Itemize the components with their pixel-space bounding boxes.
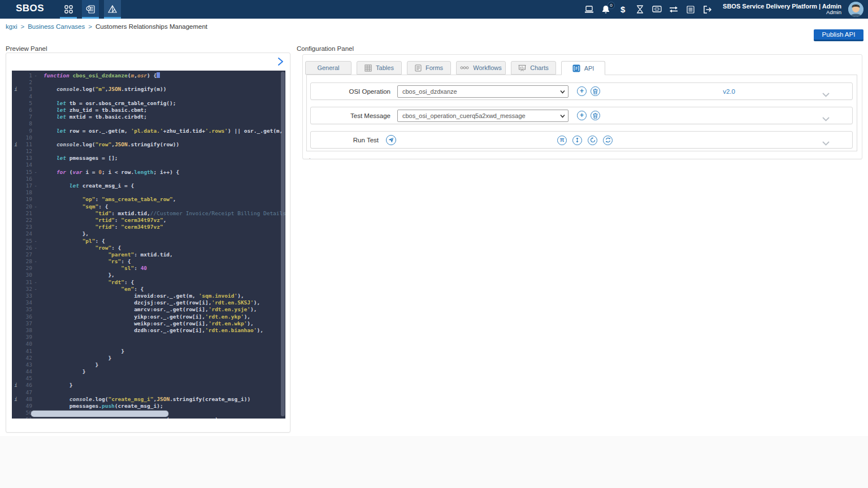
line-number[interactable]: 36 [20,313,32,320]
fold-toggle-icon[interactable]: - [32,279,39,286]
line-number[interactable]: 28 [20,258,32,265]
user-info[interactable]: SBOS Service Delivery Platform | Admin A… [723,3,841,16]
line-number[interactable]: 46 [20,382,32,389]
line-number[interactable]: 19 [20,196,32,203]
line-number[interactable]: 8 [20,120,32,127]
line-number[interactable]: 45 [20,375,32,382]
line-number[interactable]: 51 [20,416,32,419]
pi-icon[interactable]: π [557,136,567,145]
line-number[interactable]: 23 [20,224,32,230]
line-number[interactable]: 43 [20,361,32,368]
line-number[interactable]: 32 [20,286,32,293]
vertical-scrollbar[interactable] [281,72,285,416]
line-number[interactable]: 26 [20,245,32,251]
sync-icon[interactable] [603,136,613,145]
breadcrumb-item-business-canvases[interactable]: Business Canvases [28,23,85,30]
line-number[interactable]: 12 [20,148,32,155]
chevron-down-icon[interactable] [822,89,830,99]
transfer-arrows-icon[interactable] [669,5,679,15]
tab-forms[interactable]: Forms [407,61,451,75]
apps-grid-icon[interactable] [60,0,77,19]
line-number[interactable]: 18 [20,189,32,196]
line-number[interactable]: 34 [20,299,32,306]
breadcrumb-item-kgxi[interactable]: kgxi [6,23,17,30]
fold-toggle-icon[interactable]: - [32,238,39,245]
line-number[interactable]: 13 [20,155,32,162]
chevron-down-icon[interactable] [822,138,830,148]
line-number[interactable]: 14 [20,162,32,168]
laptop-icon[interactable] [584,5,594,15]
line-number[interactable]: 21 [20,210,32,217]
fold-toggle-icon[interactable]: - [32,182,39,189]
test-message-select[interactable]: cbos_osi_operation_cuerq5a2xwd_message [397,110,568,122]
vertical-arrows-icon[interactable] [572,136,582,145]
fold-toggle-icon[interactable]: - [32,245,39,251]
line-number[interactable]: 16 [20,176,32,182]
fold-toggle-icon[interactable]: - [32,169,39,176]
tab-workflows[interactable]: Workflows [456,61,506,75]
tab-charts[interactable]: Charts [511,61,556,75]
line-number[interactable]: 3 [20,86,32,93]
fold-toggle-icon[interactable]: - [32,286,39,293]
line-number[interactable]: 6 [20,107,32,114]
delete-icon[interactable] [591,111,600,120]
add-icon[interactable]: + [577,111,587,120]
osi-operation-select[interactable]: cbos_osi_dzdxanze [397,85,568,98]
line-number[interactable]: 24 [20,230,32,237]
dollar-icon[interactable]: $ [618,5,628,15]
code-editor[interactable]: 1-function cbos_osi_dzdxanze(m,osr) {2i3… [12,71,285,419]
fold-toggle-icon[interactable]: - [32,203,39,210]
monitor-icon[interactable] [652,5,662,15]
fold-toggle-icon[interactable]: - [32,258,39,265]
refresh-icon[interactable] [588,136,597,145]
publish-api-button[interactable]: Publish API [814,29,863,41]
line-number[interactable]: 10 [20,134,32,141]
line-number[interactable]: 29 [20,265,32,272]
line-number[interactable]: 40 [20,341,32,347]
delete-icon[interactable] [591,86,600,96]
line-number[interactable]: 49 [20,403,32,409]
line-number[interactable]: 30 [20,272,32,278]
line-number[interactable]: 1 [20,72,32,79]
data-report-icon[interactable] [82,0,99,19]
tab-api[interactable]: API [561,61,605,75]
hourglass-icon[interactable] [635,5,645,15]
line-number[interactable]: 38 [20,327,32,334]
tab-tables[interactable]: Tables [357,61,402,75]
avatar[interactable] [848,2,863,17]
line-number[interactable]: 25 [20,238,32,245]
line-number[interactable]: 4 [20,93,32,100]
line-number[interactable]: 17 [20,182,32,189]
line-number[interactable]: 9 [20,128,32,134]
line-number[interactable]: 37 [20,320,32,327]
line-number[interactable]: 44 [20,368,32,375]
line-number[interactable]: 42 [20,355,32,361]
fold-toggle-icon[interactable]: - [32,72,39,79]
logout-icon[interactable] [702,5,713,15]
line-number[interactable]: 39 [20,334,32,341]
bell-icon[interactable]: 0 [601,5,611,15]
expand-chevron-icon[interactable] [276,57,284,68]
line-number[interactable]: 33 [20,293,32,299]
line-number[interactable]: 15 [20,169,32,176]
line-number[interactable]: 31 [20,279,32,286]
line-number[interactable]: 47 [20,389,32,396]
line-number[interactable]: 2 [20,79,32,86]
line-number[interactable]: 35 [20,306,32,313]
line-number[interactable]: 48 [20,396,32,403]
line-number[interactable]: 22 [20,217,32,224]
line-number[interactable]: 41 [20,348,32,355]
horizontal-scrollbar[interactable] [31,411,168,417]
line-number[interactable]: 20 [20,203,32,210]
sbos-logo[interactable]: SBOS [6,3,44,14]
tab-general[interactable]: General [305,61,351,75]
line-number[interactable]: 50 [20,409,32,416]
list-icon[interactable] [685,5,696,15]
prism-icon[interactable] [104,0,121,19]
add-icon[interactable]: + [577,86,587,96]
line-number[interactable]: 11 [20,141,32,148]
line-number[interactable]: 5 [20,100,32,107]
chevron-down-icon[interactable] [822,114,830,124]
send-icon[interactable] [386,135,396,145]
line-number[interactable]: 27 [20,251,32,258]
